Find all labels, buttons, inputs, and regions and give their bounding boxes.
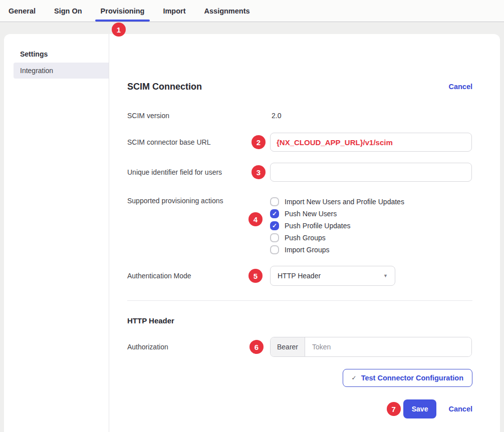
field-row-auth-mode: Authentication Mode 5 HTTP Header ▼ [127,266,472,286]
annotation-badge-5: 5 [248,269,263,283]
auth-mode-selected-value: HTTP Header [278,272,321,280]
field-row-authorization: Authorization 6 Bearer [127,337,472,357]
tab-import[interactable]: Import [163,0,185,22]
cancel-link-footer[interactable]: Cancel [448,405,472,413]
checkbox-push-profile-updates[interactable]: ✓ [270,221,279,230]
settings-sidebar: Settings Integration [4,34,109,432]
check-icon: ✓ [272,211,277,217]
test-connector-row: ✓ Test Connector Configuration [127,369,472,387]
annotation-badge-2: 2 [251,135,266,149]
actions-label: Supported provisioning actions [127,196,270,205]
checkbox-row-push-profile-updates[interactable]: ✓ Push Profile Updates [270,220,472,232]
checkbox-import-new-users[interactable]: ✓ [270,197,279,206]
scim-connection-panel: SCIM Connection Cancel SCIM version 2.0 … [109,34,500,432]
checkbox-label: Import Groups [285,246,329,254]
token-input[interactable] [305,337,471,356]
annotation-badge-4: 4 [248,212,263,226]
scim-version-label: SCIM version [127,112,270,120]
app-tab-bar: General Sign On Provisioning Import Assi… [0,0,504,22]
tab-sign-on[interactable]: Sign On [54,0,82,22]
check-icon: ✓ [352,374,357,381]
checkbox-push-groups[interactable]: ✓ [270,233,279,242]
checkbox-row-push-groups[interactable]: ✓ Push Groups [270,232,472,244]
authorization-input-group: Bearer [270,337,472,357]
annotation-badge-1: 1 [112,23,126,37]
checkbox-label: Push Groups [285,234,326,242]
field-row-actions: Supported provisioning actions 4 ✓ Impor… [127,196,472,256]
scim-version-value: 2.0 [272,112,281,120]
check-icon: ✓ [272,223,277,229]
field-row-base-url: SCIM connector base URL 2 [127,133,472,152]
panel-header: SCIM Connection Cancel [127,81,472,93]
base-url-label: SCIM connector base URL [127,138,270,146]
test-connector-label: Test Connector Configuration [361,374,463,382]
checkbox-label: Push New Users [285,210,337,218]
chevron-down-icon: ▼ [383,273,388,278]
checkbox-row-push-new-users[interactable]: ✓ Push New Users [270,208,472,220]
checkbox-row-import-new-users[interactable]: ✓ Import New Users and Profile Updates [270,196,472,208]
checkbox-label: Import New Users and Profile Updates [285,198,404,206]
tab-general[interactable]: General [9,0,36,22]
unique-id-label: Unique identifier field for users [127,168,270,176]
actions-checkbox-list: 4 ✓ Import New Users and Profile Updates… [270,196,472,256]
tab-provisioning[interactable]: Provisioning [101,0,145,22]
field-row-scim-version: SCIM version 2.0 [127,111,472,121]
unique-id-input[interactable] [270,163,472,182]
tab-assignments[interactable]: Assignments [204,0,250,22]
checkbox-label: Push Profile Updates [285,222,351,230]
cancel-link-top[interactable]: Cancel [448,83,472,91]
annotation-badge-7: 7 [387,402,401,416]
annotation-badge-3: 3 [251,165,266,179]
base-url-input[interactable] [270,133,472,152]
provisioning-card: Settings Integration SCIM Connection Can… [4,34,500,432]
bearer-prefix-label: Bearer [271,337,305,356]
checkbox-push-new-users[interactable]: ✓ [270,209,279,218]
auth-mode-select[interactable]: HTTP Header ▼ [270,266,395,286]
footer-actions-row: 7 Save Cancel [127,399,472,418]
panel-title: SCIM Connection [127,82,202,92]
annotation-badge-6: 6 [249,340,264,354]
test-connector-button[interactable]: ✓ Test Connector Configuration [343,369,472,387]
section-divider [127,300,472,301]
authorization-label: Authorization [127,343,270,351]
field-row-unique-id: Unique identifier field for users 3 [127,163,472,182]
save-button[interactable]: Save [403,399,437,418]
sidebar-item-integration[interactable]: Integration [14,63,109,79]
http-header-section-title: HTTP Header [127,316,472,325]
checkbox-row-import-groups[interactable]: ✓ Import Groups [270,244,472,256]
checkbox-import-groups[interactable]: ✓ [270,245,279,254]
sidebar-heading: Settings [20,50,109,59]
